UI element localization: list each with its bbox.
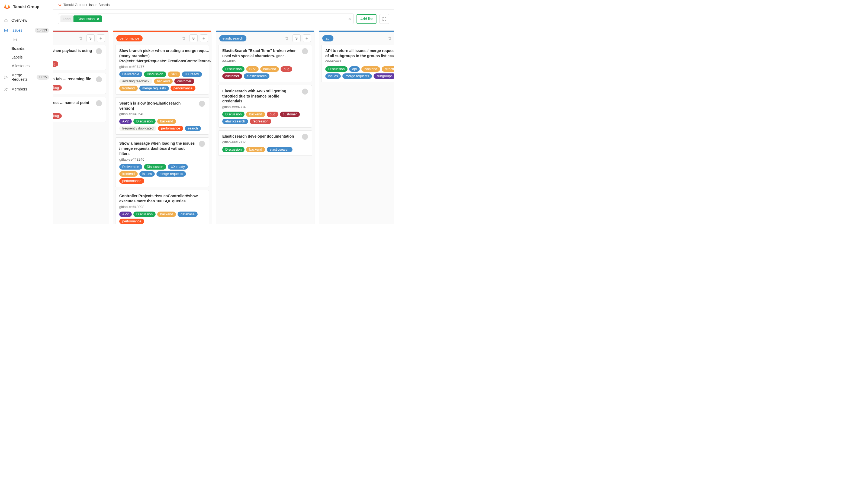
label-pill[interactable]: Deliverable [119,71,142,77]
assignee-avatar[interactable] [302,134,308,140]
column-label-pill[interactable]: performance [116,35,143,41]
label-pill[interactable]: performance [170,86,195,91]
sidebar-header[interactable]: Tanuki-Group [0,0,53,13]
column-delete-button[interactable] [180,35,187,42]
column-delete-button[interactable] [386,35,393,42]
assignee-avatar[interactable] [96,100,102,106]
label-pill[interactable]: merge requests [343,73,372,79]
column-body[interactable]: Slow branch picker when creating a merge… [113,45,211,224]
sidebar-item-issues[interactable]: Issues15,323 [0,25,53,36]
column-add-button[interactable]: + [200,35,208,42]
label-pill[interactable]: bug [53,85,62,90]
issue-card[interactable]: Slow branch picker when creating a merge… [115,45,209,94]
add-list-button[interactable]: Add list [356,14,377,24]
label-pill[interactable]: elasticsearch [267,147,292,152]
column-add-button[interactable]: + [303,35,311,42]
label-pill[interactable]: frequently duplicated [119,126,157,131]
label-pill[interactable]: performance [119,219,144,224]
issue-card[interactable]: …ilestones data- …when payload is using … [53,45,106,70]
label-pill[interactable]: bug [267,112,278,117]
assignee-avatar[interactable] [199,141,205,147]
label-pill[interactable]: customer [222,73,242,79]
sidebar-subitem-milestones[interactable]: Milestones [12,62,53,70]
label-pill[interactable]: issues [325,73,341,79]
label-pill[interactable]: AP2 [119,212,132,217]
column-delete-button[interactable] [283,35,290,42]
issue-card[interactable]: Elasticsearch developer documentation gi… [218,130,312,156]
issue-card[interactable]: ElasticSearch "Exact Term" broken when u… [218,45,312,82]
label-pill[interactable]: Discussion [144,164,166,170]
label-pill[interactable]: customer [174,79,194,84]
column-body[interactable]: API to return all issues / merge request… [319,45,394,224]
label-pill[interactable]: bug [281,66,292,72]
column-add-button[interactable]: + [97,35,105,42]
boards-container[interactable]: 3 + …ilestones data- …when payload is us… [53,28,394,224]
issue-card[interactable]: Elasticsearch with AWS still getting thr… [218,85,312,128]
label-pill[interactable]: bug [53,61,58,67]
issue-card[interactable]: …e Issue' using project … name at point … [53,97,106,122]
label-pill[interactable]: bug [53,113,62,119]
label-pill[interactable]: backend [246,112,265,117]
label-pill[interactable]: backend [154,79,173,84]
label-pill[interactable]: AP2 [119,119,132,124]
filter-chip[interactable]: ~Discussion ✕ [74,16,102,22]
label-pill[interactable]: elasticsearch [244,73,269,79]
filter-input[interactable]: Label ~Discussion ✕ × [58,14,353,24]
sidebar-subitem-labels[interactable]: Labels [12,53,53,62]
label-pill[interactable]: regression [250,119,271,124]
label-pill[interactable]: issues [139,171,155,177]
label-pill[interactable]: backend [361,66,380,72]
label-pill[interactable]: customer [280,112,300,117]
breadcrumb-group[interactable]: Tanuki-Group [63,3,85,7]
column-body[interactable]: …ilestones data- …when payload is using … [53,45,108,224]
label-pill[interactable]: Deliverable [119,164,142,170]
issue-card[interactable]: …me inside Changes-tab … renaming file S… [53,73,106,94]
assignee-avatar[interactable] [302,89,308,94]
label-pill[interactable]: Discussion [133,212,156,217]
label-pill[interactable]: merge requests [157,171,186,177]
label-pill[interactable]: elasticsearch [222,119,248,124]
assignee-avatar[interactable] [199,101,205,107]
label-pill[interactable]: performance [119,178,144,184]
label-pill[interactable]: direction [382,66,394,72]
label-pill[interactable]: Discussion [325,66,348,72]
column-body[interactable]: ElasticSearch "Exact Term" broken when u… [216,45,314,224]
label-pill[interactable]: backend [246,147,265,152]
column-label-pill[interactable]: api [322,35,333,41]
column-label-pill[interactable]: elasticsearch [219,35,246,41]
label-pill[interactable]: Discussion [133,119,156,124]
column-delete-button[interactable] [77,35,84,42]
label-pill[interactable]: api [349,66,360,72]
label-pill[interactable]: UX ready [168,164,188,170]
issue-card[interactable]: Controller Projects::IssuesController#sh… [115,190,209,224]
label-pill[interactable]: SP2 [246,66,259,72]
label-pill[interactable]: backend [157,212,176,217]
assignee-avatar[interactable] [96,48,102,54]
label-pill[interactable]: performance [158,126,183,131]
assignee-avatar[interactable] [302,48,308,54]
label-pill[interactable]: Discussion [222,112,245,117]
label-pill[interactable]: Discussion [222,66,245,72]
sidebar-item-members[interactable]: Members [0,84,53,94]
label-pill[interactable]: Discussion [144,71,166,77]
assignee-avatar[interactable] [96,77,102,82]
sidebar-subitem-boards[interactable]: Boards [12,44,53,53]
sidebar-subitem-list[interactable]: List [12,36,53,44]
label-pill[interactable]: frontend [119,171,138,177]
issue-card[interactable]: API to return all issues / merge request… [321,45,394,82]
label-pill[interactable]: Discussion [222,147,245,152]
filter-chip-remove-icon[interactable]: ✕ [97,17,100,21]
label-pill[interactable]: subgroups [374,73,394,79]
label-pill[interactable]: awaiting feedback [119,79,152,84]
label-pill[interactable]: search [185,126,201,131]
label-pill[interactable]: frontend [119,86,138,91]
sidebar-item-merge-requests[interactable]: Merge Requests1,025 [0,70,53,84]
issue-card[interactable]: Show a message when loading the issues /… [115,137,209,187]
label-pill[interactable]: backend [157,119,176,124]
issue-card[interactable]: Search is slow (non-Elasticsearch versio… [115,97,209,135]
label-pill[interactable]: SP2 [168,71,180,77]
label-pill[interactable]: merge requests [139,86,169,91]
filter-clear-icon[interactable]: × [348,17,351,21]
label-pill[interactable]: database [178,212,197,217]
label-pill[interactable]: UX ready [182,71,202,77]
